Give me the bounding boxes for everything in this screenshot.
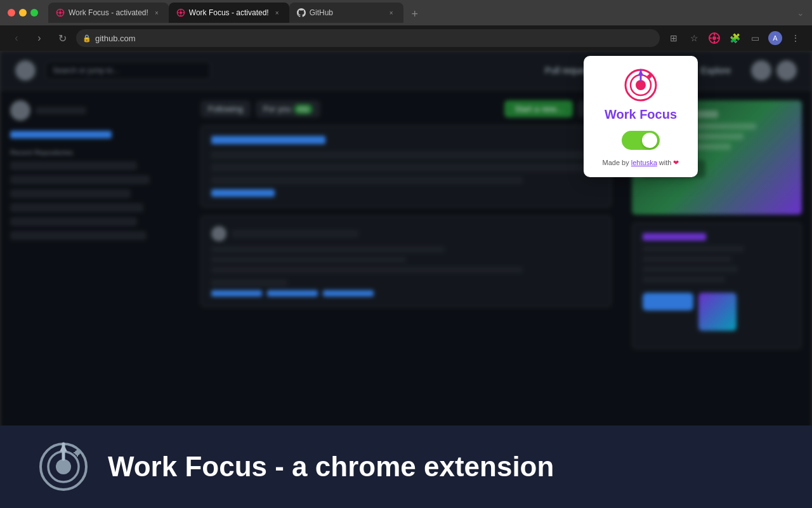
more-button[interactable]: ⋮ xyxy=(787,29,804,47)
navigation-bar: ‹ › ↻ 🔒 github.com ⊞ ☆ 🧩 ▭ xyxy=(0,25,812,51)
reload-button[interactable]: ↻ xyxy=(53,29,71,47)
back-button[interactable]: ‹ xyxy=(8,29,25,47)
tab-1-title: Work Focus - activated! xyxy=(69,8,148,17)
tab-3[interactable]: GitHub × xyxy=(289,3,403,23)
popup-logo xyxy=(624,69,657,102)
toggle-thumb xyxy=(642,133,657,148)
forward-button[interactable]: › xyxy=(30,29,48,47)
tab-3-favicon xyxy=(297,8,306,17)
puzzle-icon[interactable]: 🧩 xyxy=(726,29,743,47)
github-avatar xyxy=(15,60,36,81)
footer-author-link[interactable]: lehtuska xyxy=(631,159,657,166)
bookmark-button[interactable]: ☆ xyxy=(685,29,703,47)
tab-2-favicon xyxy=(176,8,185,17)
svg-point-1 xyxy=(59,11,62,14)
github-search: Search or jump to... xyxy=(46,62,211,79)
close-button[interactable] xyxy=(8,9,15,17)
banner-title: Work Focus - a chrome extension xyxy=(108,451,554,483)
footer-heart: ❤ xyxy=(673,159,679,166)
svg-point-7 xyxy=(180,11,182,14)
tab-1-close[interactable]: × xyxy=(152,8,161,17)
minimize-button[interactable] xyxy=(19,9,27,17)
address-text: github.com xyxy=(95,34,136,43)
footer-made-by: Made by xyxy=(603,159,631,166)
address-bar[interactable]: 🔒 github.com xyxy=(76,29,660,47)
workfocus-ext-button[interactable] xyxy=(705,29,723,47)
title-bar: Work Focus - activated! × Work Focus - a… xyxy=(0,0,812,25)
traffic-lights xyxy=(8,9,38,17)
browser-window: Work Focus - activated! × Work Focus - a… xyxy=(0,0,812,508)
toggle-container xyxy=(622,131,660,150)
extension-popup: Work Focus Made by lehtuska with ❤ xyxy=(584,56,698,177)
nav-actions: ⊞ ☆ 🧩 ▭ A ⋮ xyxy=(665,29,804,47)
footer-with-text: with xyxy=(657,159,674,166)
extensions-button[interactable]: ⊞ xyxy=(665,29,683,47)
popup-footer: Made by lehtuska with ❤ xyxy=(603,159,679,167)
tab-2[interactable]: Work Focus - activated! × xyxy=(169,3,289,23)
tab-1-favicon xyxy=(56,8,65,17)
new-tab-button[interactable]: + xyxy=(406,5,424,23)
tabs-bar: Work Focus - activated! × Work Focus - a… xyxy=(48,3,774,23)
focus-toggle[interactable] xyxy=(622,131,660,150)
svg-point-20 xyxy=(636,80,646,90)
sidebar-button[interactable]: ▭ xyxy=(746,29,764,47)
banner-logo xyxy=(38,441,89,492)
popup-title: Work Focus xyxy=(605,107,677,122)
window-menu-icon[interactable]: ⌄ xyxy=(797,8,804,18)
svg-point-13 xyxy=(712,36,716,40)
tab-1[interactable]: Work Focus - activated! × xyxy=(48,3,169,23)
profile-button[interactable]: A xyxy=(766,29,784,47)
tab-3-title: GitHub xyxy=(310,8,383,17)
tab-2-close[interactable]: × xyxy=(273,8,282,17)
page-area: Search or jump to... Pull requests Issue… xyxy=(0,51,812,508)
svg-point-28 xyxy=(56,459,71,474)
tab-2-title: Work Focus - activated! xyxy=(189,8,269,17)
maximize-button[interactable] xyxy=(30,9,38,17)
lock-icon: 🔒 xyxy=(82,34,91,43)
bottom-banner: Work Focus - a chrome extension xyxy=(0,425,812,508)
tab-3-close[interactable]: × xyxy=(387,8,396,17)
